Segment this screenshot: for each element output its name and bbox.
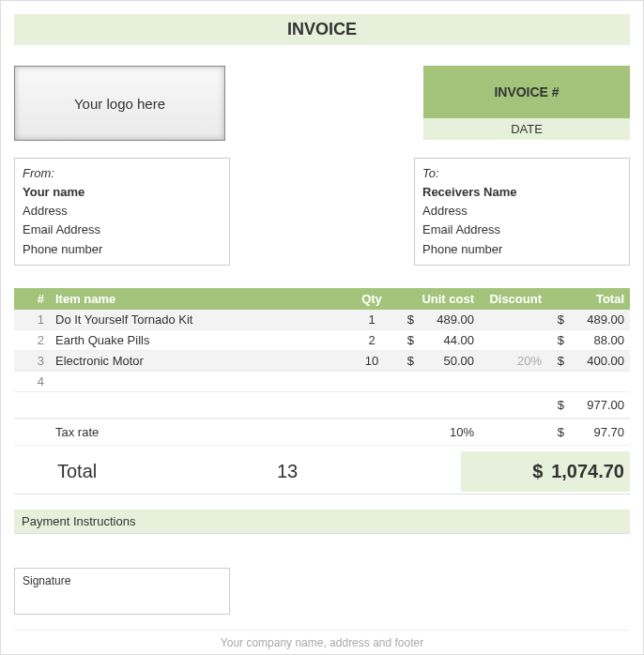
cell-name — [52, 374, 348, 388]
to-name: Receivers Name — [422, 183, 621, 202]
cell-qty: 10 — [348, 354, 395, 368]
cell-num: 1 — [14, 312, 52, 327]
address-row: From: Your name Address Email Address Ph… — [14, 158, 630, 266]
signature-box: Signature — [14, 568, 230, 615]
cell-cur — [395, 374, 414, 388]
cell-total: 489.00 — [564, 312, 630, 327]
payment-instructions-header: Payment Instructions — [14, 510, 630, 534]
cell-cur2: $ — [545, 333, 564, 347]
col-total: Total — [564, 292, 630, 306]
invoice-date-label: DATE — [423, 118, 630, 140]
cell-num: 3 — [14, 354, 52, 368]
invoice-number-label: INVOICE # — [423, 66, 630, 118]
table-row: 4 — [14, 372, 630, 392]
cell-total: 88.00 — [564, 333, 630, 347]
cell-unit — [414, 374, 480, 388]
from-address: Address — [23, 202, 222, 221]
to-email: Email Address — [422, 221, 621, 239]
cell-disc — [480, 374, 545, 388]
subtotal-cur: $ — [545, 398, 564, 412]
grand-total-amount: $1,074.70 — [461, 451, 630, 492]
to-box: To: Receivers Name Address Email Address… — [414, 158, 630, 266]
page-title: INVOICE — [14, 14, 630, 45]
col-blank — [395, 292, 414, 306]
tax-label: Tax rate — [52, 425, 348, 439]
invoice-meta: INVOICE # DATE — [423, 66, 630, 141]
cell-qty — [348, 374, 395, 388]
subtotal-value: 977.00 — [564, 398, 630, 412]
tax-cur: $ — [545, 425, 564, 439]
col-num: # — [14, 292, 52, 306]
cell-name: Electronic Motor — [52, 354, 348, 368]
cell-total — [564, 374, 630, 388]
to-phone: Phone number — [422, 240, 621, 259]
cell-qty: 2 — [348, 333, 395, 347]
cell-qty: 1 — [348, 312, 395, 327]
grand-total-row: Total 13 $1,074.70 — [14, 451, 630, 495]
from-box: From: Your name Address Email Address Ph… — [14, 158, 230, 266]
to-address: Address — [422, 202, 621, 221]
grand-total-value: 1,074.70 — [551, 461, 624, 481]
items-table: # Item name Qty Unit cost Discount Total… — [14, 288, 630, 495]
cell-disc — [480, 333, 545, 347]
cell-unit: 50.00 — [414, 354, 480, 368]
footer-text: Your company name, address and footer — [14, 630, 630, 649]
cell-cur2: $ — [545, 354, 564, 368]
cell-cur2 — [545, 374, 564, 388]
cell-num: 2 — [14, 333, 52, 347]
cell-name: Earth Quake Pills — [52, 333, 348, 347]
tax-value: 97.70 — [564, 425, 630, 439]
cell-disc: 20% — [480, 354, 545, 368]
grand-total-label: Total — [14, 461, 264, 482]
grand-total-cur: $ — [523, 461, 551, 482]
cell-unit: 489.00 — [414, 312, 480, 327]
col-blank2 — [545, 292, 564, 306]
table-header: # Item name Qty Unit cost Discount Total — [14, 288, 630, 310]
col-item: Item name — [52, 292, 348, 306]
table-row: 3 Electronic Motor 10 $ 50.00 20% $ 400.… — [14, 351, 630, 372]
cell-cur: $ — [395, 333, 414, 347]
from-email: Email Address — [23, 221, 222, 239]
from-heading: From: — [23, 164, 222, 183]
table-row: 1 Do It Yourself Tornado Kit 1 $ 489.00 … — [14, 310, 630, 330]
cell-cur: $ — [395, 312, 414, 327]
col-discount: Discount — [480, 292, 545, 306]
cell-total: 400.00 — [564, 354, 630, 368]
cell-disc — [480, 312, 545, 327]
header-row: Your logo here INVOICE # DATE — [14, 66, 630, 141]
from-phone: Phone number — [23, 240, 222, 259]
grand-total-qty: 13 — [264, 461, 311, 482]
tax-rate: 10% — [414, 425, 480, 439]
col-unit: Unit cost — [414, 292, 480, 306]
subtotal-row: $ 977.00 — [14, 392, 630, 419]
col-qty: Qty — [348, 292, 395, 306]
logo-placeholder: Your logo here — [14, 66, 225, 141]
table-row: 2 Earth Quake Pills 2 $ 44.00 $ 88.00 — [14, 330, 630, 351]
cell-cur: $ — [395, 354, 414, 368]
cell-unit: 44.00 — [414, 333, 480, 347]
from-name: Your name — [23, 183, 222, 202]
cell-num: 4 — [14, 374, 52, 388]
to-heading: To: — [422, 164, 621, 183]
cell-name: Do It Yourself Tornado Kit — [52, 312, 348, 327]
cell-cur2: $ — [545, 312, 564, 327]
tax-row: Tax rate 10% $ 97.70 — [14, 419, 630, 446]
